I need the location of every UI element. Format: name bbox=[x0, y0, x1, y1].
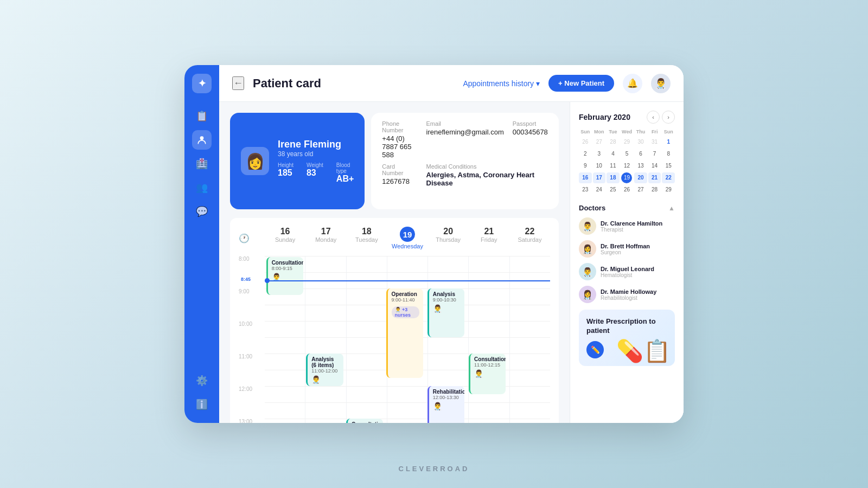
patient-avatar: 👩 bbox=[241, 147, 269, 175]
cal-day[interactable]: 7 bbox=[648, 149, 661, 159]
right-panel: February 2020 ‹ › Sun Mon Tue Wed Thu Fr… bbox=[570, 102, 684, 423]
doctor-item-0[interactable]: 👨‍⚕️ Dr. Clarence Hamilton Therapist bbox=[579, 217, 675, 235]
cal-day[interactable]: 5 bbox=[621, 149, 634, 159]
cal-day[interactable]: 3 bbox=[593, 149, 606, 159]
cal-day[interactable]: 2 bbox=[579, 149, 592, 159]
new-patient-button[interactable]: + New Patient bbox=[548, 75, 614, 92]
sidebar-item-team[interactable]: 👥 bbox=[192, 178, 212, 197]
cal-day[interactable]: 22 bbox=[662, 172, 675, 183]
cal-day[interactable]: 14 bbox=[648, 160, 661, 171]
cal-day[interactable]: 20 bbox=[634, 172, 647, 183]
chevron-up-icon: ▲ bbox=[668, 204, 675, 212]
cal-day[interactable]: 21 bbox=[648, 172, 661, 183]
doctor-item-1[interactable]: 👩‍⚕️ Dr. Brett Hoffman Surgeon bbox=[579, 240, 675, 258]
appointments-history-label: Appointments history bbox=[463, 79, 534, 88]
passport-label: Passport bbox=[513, 120, 548, 127]
cal-day[interactable]: 1 bbox=[662, 137, 675, 147]
cal-day[interactable]: 26 bbox=[579, 137, 592, 147]
sidebar-logo[interactable]: ✦ bbox=[192, 74, 212, 93]
cal-day[interactable]: 17 bbox=[593, 172, 606, 183]
cal-day[interactable]: 15 bbox=[662, 160, 675, 171]
phone-label: Phone Number bbox=[382, 120, 417, 133]
prev-month-button[interactable]: ‹ bbox=[647, 111, 660, 124]
sidebar-item-messages[interactable]: 💬 bbox=[192, 202, 212, 221]
prescription-card: Write Prescription to patient ✏️ 💊📋 bbox=[579, 310, 675, 366]
passport-value: 000345678 bbox=[513, 128, 548, 136]
cal-day[interactable]: 29 bbox=[662, 184, 675, 195]
day-col-5: 21 Friday bbox=[469, 224, 509, 252]
stat-height: Height 185 bbox=[278, 162, 293, 184]
blood-label: Blood type bbox=[336, 162, 354, 174]
week-days-header: 16 Sunday 17 Monday 18 Tuesday bbox=[265, 224, 550, 252]
doctor-avatar-3: 👩‍⚕️ bbox=[579, 286, 596, 303]
doctor-item-2[interactable]: 👨‍⚕️ Dr. Miguel Leonard Hematologist bbox=[579, 263, 675, 280]
event-analysis-thu[interactable]: Analysis 9:00-10:30 👨‍⚕️ bbox=[427, 288, 464, 337]
cal-day[interactable]: 23 bbox=[579, 184, 592, 195]
cal-day[interactable]: 26 bbox=[621, 184, 634, 195]
sidebar-item-patients[interactable] bbox=[192, 130, 212, 150]
cal-day[interactable]: 11 bbox=[607, 160, 620, 171]
doctor-specialty-2: Hematologist bbox=[601, 272, 654, 278]
cal-day[interactable]: 28 bbox=[607, 137, 620, 147]
event-operation-wed[interactable]: Operation 9:00-11:40 👨‍⚕️ +3 nurses bbox=[386, 288, 423, 378]
sidebar-item-hospital[interactable]: 🏥 bbox=[192, 154, 212, 174]
write-prescription-button[interactable]: ✏️ bbox=[586, 341, 604, 358]
cal-day[interactable]: 4 bbox=[607, 149, 620, 159]
doctor-specialty-3: Rehabilitologist bbox=[601, 295, 656, 301]
appointments-history-button[interactable]: Appointments history ▾ bbox=[463, 79, 540, 88]
cal-day[interactable]: 24 bbox=[593, 184, 606, 195]
time-grid: 8:00 9:00 10:00 11:00 12:00 13:00 bbox=[239, 256, 550, 423]
sidebar-item-clipboard[interactable]: 📋 bbox=[192, 106, 212, 126]
cal-day[interactable]: 9 bbox=[579, 160, 592, 171]
next-month-button[interactable]: › bbox=[662, 111, 675, 124]
cal-day[interactable]: 10 bbox=[593, 160, 606, 171]
clock-icon: 🕐 bbox=[239, 233, 250, 243]
cal-day[interactable]: 27 bbox=[593, 137, 606, 147]
back-button[interactable]: ← bbox=[232, 76, 244, 90]
height-value: 185 bbox=[278, 168, 293, 178]
event-consultation-tue[interactable]: Consultation 13:00-14:15 👨‍⚕️ bbox=[346, 419, 383, 423]
event-consultation-fri[interactable]: Consultation 11:00-12:15 👨‍⚕️ bbox=[469, 354, 506, 394]
brand-footer: CLEVERROAD bbox=[398, 465, 469, 473]
body-area: 👩 Irene Fleming 38 years old Height 185 bbox=[219, 102, 684, 423]
card-value: 1267678 bbox=[382, 177, 417, 185]
cal-day-today[interactable]: 19 bbox=[621, 172, 632, 183]
doctor-avatar-0: 👨‍⚕️ bbox=[579, 217, 596, 235]
cal-day[interactable]: 27 bbox=[634, 184, 647, 195]
header: ← Patient card Appointments history ▾ + … bbox=[219, 65, 684, 102]
card-label: Card Number bbox=[382, 163, 417, 176]
day-col-4: 20 Thursday bbox=[428, 224, 469, 252]
cal-day[interactable]: 6 bbox=[634, 149, 647, 159]
patient-info: Irene Fleming 38 years old Height 185 We… bbox=[278, 139, 354, 184]
doctor-name-0: Dr. Clarence Hamilton bbox=[601, 220, 662, 227]
cal-day[interactable]: 18 bbox=[607, 172, 620, 183]
day-col-6: 22 Saturday bbox=[509, 224, 550, 252]
sidebar: ✦ 📋 🏥 👥 💬 ⚙️ ℹ️ bbox=[184, 65, 219, 423]
sidebar-item-info[interactable]: ℹ️ bbox=[192, 395, 212, 414]
passport-group: Passport 000345678 bbox=[513, 120, 548, 159]
patient-age: 38 years old bbox=[278, 150, 354, 158]
event-consultation-sun[interactable]: Consultation 8:00-9:15 👨‍⚕️ bbox=[266, 257, 303, 295]
cal-day[interactable]: 12 bbox=[621, 160, 634, 171]
cal-day[interactable]: 13 bbox=[634, 160, 647, 171]
user-avatar-button[interactable]: 👨‍⚕️ bbox=[651, 74, 671, 93]
doctors-section: Doctors ▲ 👨‍⚕️ Dr. Clarence Hamilton The… bbox=[579, 204, 675, 303]
doctor-item-3[interactable]: 👩‍⚕️ Dr. Mamie Holloway Rehabilitologist bbox=[579, 286, 675, 303]
sidebar-item-settings[interactable]: ⚙️ bbox=[192, 371, 212, 390]
cal-day[interactable]: 28 bbox=[648, 184, 661, 195]
notifications-button[interactable]: 🔔 bbox=[623, 74, 642, 93]
cal-day[interactable]: 30 bbox=[634, 137, 647, 147]
email-label: Email bbox=[426, 120, 504, 127]
cal-day[interactable]: 8 bbox=[662, 149, 675, 159]
doctors-title: Doctors bbox=[579, 204, 605, 212]
cal-day[interactable]: 16 bbox=[579, 172, 592, 183]
mini-cal-days-header: Sun Mon Tue Wed Thu Fri Sun bbox=[579, 129, 675, 134]
patient-details: Phone Number +44 (0) 7887 665 588 Email … bbox=[371, 113, 559, 209]
cal-day[interactable]: 25 bbox=[607, 184, 620, 195]
calendar-month: February 2020 bbox=[579, 113, 630, 121]
height-label: Height bbox=[278, 162, 293, 168]
event-analysis-mon[interactable]: Analysis(6 items) 11:00-12:00 👨‍⚕️ bbox=[306, 354, 343, 386]
cal-day[interactable]: 31 bbox=[648, 137, 661, 147]
cal-day[interactable]: 29 bbox=[621, 137, 634, 147]
event-rehab-thu[interactable]: Rehabilitation 12:00-13:30 👨‍⚕️ bbox=[427, 386, 464, 423]
